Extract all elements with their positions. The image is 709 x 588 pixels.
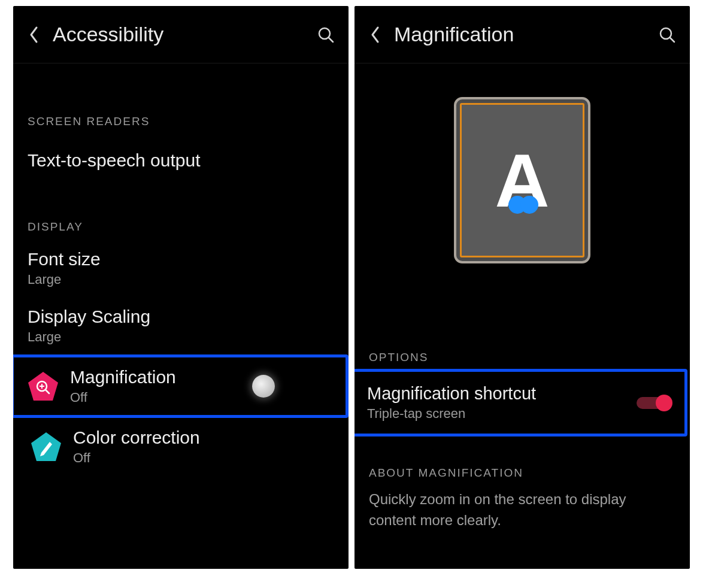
magnification-illustration: A <box>354 63 690 275</box>
section-about: ABOUT MAGNIFICATION <box>354 451 690 486</box>
color-correction-item[interactable]: Color correction Off <box>13 418 349 475</box>
search-icon[interactable] <box>655 23 679 47</box>
font-size-label: Font size <box>28 249 334 269</box>
color-correction-icon <box>28 428 65 465</box>
shortcut-label: Magnification shortcut <box>367 384 637 404</box>
accessibility-screen: Accessibility SCREEN READERS Text-to-spe… <box>13 6 349 569</box>
search-icon[interactable] <box>314 23 338 47</box>
magnification-item[interactable]: Magnification Off <box>13 354 349 418</box>
magnification-value: Off <box>70 390 252 405</box>
color-correction-value: Off <box>73 450 334 466</box>
magnification-screen: Magnification A OPTIONS Magnification sh… <box>354 6 690 569</box>
display-scaling-value: Large <box>28 329 334 345</box>
back-icon[interactable] <box>24 25 44 45</box>
svg-line-1 <box>329 38 333 42</box>
shortcut-toggle[interactable] <box>637 395 670 411</box>
text-to-speech-item[interactable]: Text-to-speech output <box>13 134 349 187</box>
section-screen-readers: SCREEN READERS <box>13 99 349 134</box>
font-size-item[interactable]: Font size Large <box>13 240 349 297</box>
tts-label: Text-to-speech output <box>28 150 334 171</box>
color-correction-label: Color correction <box>73 428 334 448</box>
page-title: Accessibility <box>53 23 314 46</box>
header-bar: Accessibility <box>13 6 349 63</box>
page-title: Magnification <box>394 23 655 46</box>
header-bar: Magnification <box>354 6 690 63</box>
magnification-label: Magnification <box>70 367 252 387</box>
magnification-shortcut-item[interactable]: Magnification shortcut Triple-tap screen <box>354 369 687 437</box>
svg-line-9 <box>670 38 674 42</box>
shortcut-value: Triple-tap screen <box>367 406 637 422</box>
magnification-icon <box>25 368 62 405</box>
display-scaling-item[interactable]: Display Scaling Large <box>13 297 349 354</box>
touch-dot-right <box>520 196 538 214</box>
cursor-indicator <box>252 375 275 398</box>
section-options: OPTIONS <box>354 335 690 370</box>
display-scaling-label: Display Scaling <box>28 307 334 327</box>
font-size-value: Large <box>28 272 334 287</box>
section-display: DISPLAY <box>13 205 349 240</box>
back-icon[interactable] <box>365 25 386 45</box>
about-description: Quickly zoom in on the screen to display… <box>354 486 690 549</box>
